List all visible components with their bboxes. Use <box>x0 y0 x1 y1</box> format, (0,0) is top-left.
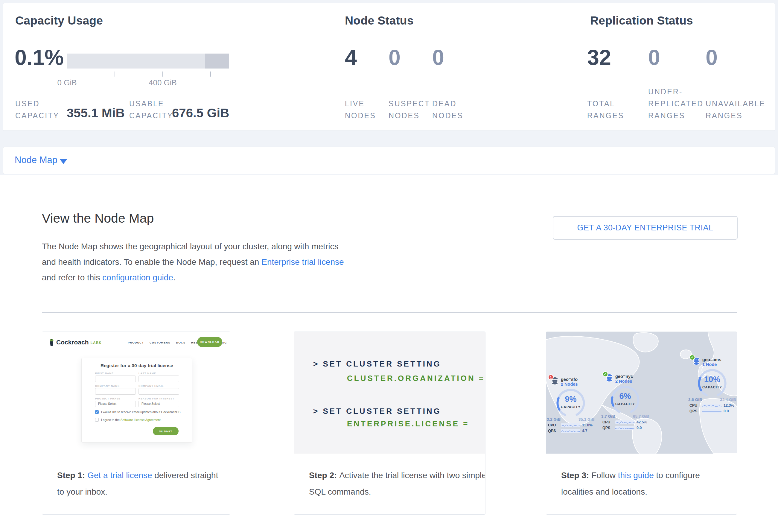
unavailable-ranges-count: 0 <box>706 45 718 70</box>
qps-sparkline <box>702 409 721 413</box>
cpu-sparkline <box>615 421 634 424</box>
locality-name: geo=ams <box>702 357 721 362</box>
node-map-dropdown-label[interactable]: Node Map <box>15 155 58 165</box>
replication-status-title: Replication Status <box>590 14 693 27</box>
company-email-field <box>139 388 179 395</box>
enterprise-trial-button[interactable]: GET A 30-DAY ENTERPRISE TRIAL <box>553 216 737 240</box>
locality-widget-sfo: 1 geo=sfo 2 Nodes <box>547 377 595 433</box>
locality-name: geo=nyc <box>615 374 633 379</box>
healthy-badge: ✓ <box>603 371 608 377</box>
step1-card: Cockroach LABS PRODUCT CUSTOMERS DOCS RE… <box>42 331 230 515</box>
software-license-agreement-link: Software License Agreement <box>121 418 161 422</box>
locality-name: geo=sfo <box>561 377 577 382</box>
unavailable-ranges-label: UNAVAILABLE RANGES <box>706 97 765 122</box>
this-guide-link[interactable]: this guide <box>618 471 654 480</box>
qps-sparkline <box>561 429 580 433</box>
under-replicated-ranges-label: UNDER- REPLICATED RANGES <box>648 86 704 122</box>
capacity-gauge: 6% CAPACITY <box>609 384 642 416</box>
mini-submit-button: SUBMIT <box>153 427 178 435</box>
axis-tick <box>114 72 115 77</box>
cluster-summary-panel: Capacity Usage 0.1% 0 GiB 400 GiB USED C… <box>3 3 775 131</box>
step1-caption: Step 1: Get a trial license delivered st… <box>57 467 225 500</box>
total-ranges-label: TOTAL RANGES <box>587 97 624 122</box>
mini-nav-customers: CUSTOMERS <box>150 341 170 344</box>
capacity-gauge: 9% CAPACITY <box>554 387 587 420</box>
cockroach-labs-logo: Cockroach LABS <box>49 338 101 346</box>
usable-capacity-label: USABLE CAPACITY <box>129 97 173 122</box>
locality-node-count: 2 Nodes <box>561 382 577 387</box>
capacity-bar-nonusable-segment <box>205 54 229 69</box>
node-map-dropdown[interactable]: Node Map <box>3 147 775 174</box>
configuration-guide-link[interactable]: configuration guide <box>102 273 173 282</box>
suspect-nodes-label: SUSPECT NODES <box>389 97 430 122</box>
chevron-down-icon <box>60 159 67 164</box>
last-name-field <box>139 376 179 382</box>
bug-icon <box>49 338 55 346</box>
company-name-field <box>95 388 136 395</box>
cpu-sparkline <box>561 424 580 427</box>
cpu-sparkline <box>702 404 721 407</box>
used-capacity-value: 355.1 MiB <box>67 106 125 120</box>
live-nodes-count: 4 <box>345 45 357 70</box>
capacity-usage-title: Capacity Usage <box>15 14 103 27</box>
live-nodes-label: LIVE NODES <box>345 97 376 122</box>
qps-sparkline <box>615 426 634 430</box>
locality-widget-nyc: ✓ geo=nyc 2 Nodes <box>601 374 649 430</box>
healthy-badge: ✓ <box>690 355 695 360</box>
locality-widget-ams: ✓ geo=ams 1 Node <box>688 357 736 413</box>
locality-node-count: 2 Nodes <box>615 379 633 384</box>
page-title: View the Node Map <box>42 211 154 226</box>
step2-card: > SET CLUSTER SETTING CLUSTER.ORGANIZATI… <box>294 331 485 515</box>
step3-caption: Step 3: Follow this guide to configure l… <box>561 467 729 500</box>
capacity-used-percent: 0.1% <box>15 45 64 70</box>
dead-nodes-count: 0 <box>432 45 444 70</box>
axis-tick <box>162 72 163 77</box>
trial-register-form: Register for a 30-day trial license FIRS… <box>81 358 192 443</box>
mini-download-button: DOWNLOAD <box>197 337 222 347</box>
sql-commands-illustration: > SET CLUSTER SETTING CLUSTER.ORGANIZATI… <box>294 332 485 454</box>
intro-paragraph: The Node Map shows the geographical layo… <box>42 239 347 286</box>
axis-tick <box>210 72 211 77</box>
capacity-gauge: 10% CAPACITY <box>696 367 729 400</box>
form-title: Register for a 30-day trial license <box>82 363 192 368</box>
checkbox-checked-icon: ✓ <box>95 410 99 414</box>
license-agreement-checkbox-row: I agree to the Software License Agreemen… <box>95 418 161 422</box>
email-updates-checkbox-row: ✓ I would like to receive email updates … <box>95 410 181 414</box>
get-trial-license-link[interactable]: Get a trial license <box>87 471 152 480</box>
step2-caption: Step 2: Activate the trial license with … <box>309 467 485 500</box>
world-map-illustration: 1 geo=sfo 2 Nodes <box>546 332 737 454</box>
first-name-field <box>95 376 136 382</box>
error-badge: 1 <box>548 374 554 380</box>
axis-tick-label-400: 400 GiB <box>139 78 187 87</box>
step3-card: 1 geo=sfo 2 Nodes <box>546 331 737 515</box>
used-capacity-label: USED CAPACITY <box>15 97 59 122</box>
node-status-title: Node Status <box>345 14 414 27</box>
under-replicated-ranges-count: 0 <box>648 45 660 70</box>
dead-nodes-label: DEAD NODES <box>432 97 463 122</box>
axis-tick-label-0: 0 GiB <box>43 78 91 87</box>
axis-tick <box>67 72 67 77</box>
enterprise-trial-button-label: GET A 30-DAY ENTERPRISE TRIAL <box>577 223 713 232</box>
cluster-overview-page: Capacity Usage 0.1% 0 GiB 400 GiB USED C… <box>0 0 778 532</box>
enterprise-trial-license-link[interactable]: Enterprise trial license <box>261 257 344 267</box>
locality-node-count: 1 Node <box>702 362 721 367</box>
checkbox-empty-icon <box>95 418 99 422</box>
project-phase-select: Please Select <box>95 401 136 407</box>
suspect-nodes-count: 0 <box>389 45 400 70</box>
mini-nav-docs: DOCS <box>176 341 185 344</box>
total-ranges-count: 32 <box>587 45 611 70</box>
register-page-screenshot: Cockroach LABS PRODUCT CUSTOMERS DOCS RE… <box>42 332 230 463</box>
capacity-bar <box>67 54 229 69</box>
section-divider <box>42 312 737 313</box>
mini-nav-product: PRODUCT <box>128 341 144 344</box>
reason-select: Please Select <box>139 401 179 407</box>
usable-capacity-value: 676.5 GiB <box>172 106 229 120</box>
